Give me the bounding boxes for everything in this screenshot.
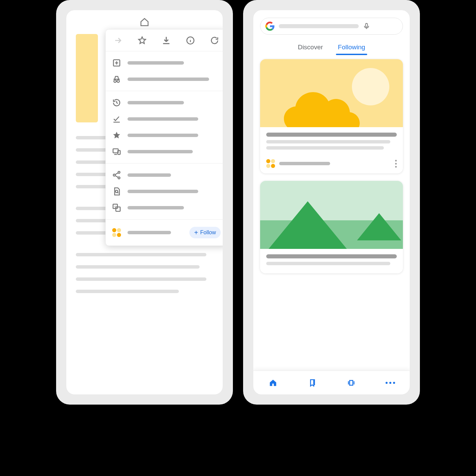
- search-placeholder: [279, 24, 359, 28]
- menu-item-incognito[interactable]: [106, 71, 223, 87]
- feed-card[interactable]: [260, 181, 403, 273]
- find-in-page-icon: [112, 187, 121, 196]
- phone-chrome-menu: G + Follow: [56, 0, 233, 405]
- menu-item-label: [128, 61, 184, 65]
- nav-more-icon[interactable]: [371, 371, 410, 394]
- feed[interactable]: [253, 54, 410, 371]
- devices-icon: [112, 147, 121, 156]
- menu-item-recent-tabs[interactable]: [106, 143, 223, 160]
- follow-button[interactable]: + Follow: [189, 227, 221, 238]
- share-icon: [112, 170, 121, 180]
- tab-following[interactable]: Following: [337, 40, 366, 54]
- svg-point-3: [117, 80, 119, 82]
- nav-tabs-icon[interactable]: [332, 371, 371, 394]
- check-icon: [112, 114, 121, 124]
- menu-item-downloads[interactable]: [106, 111, 223, 127]
- svg-point-8: [118, 177, 120, 179]
- new-tab-icon: [112, 58, 121, 68]
- svg-point-2: [114, 80, 116, 82]
- mic-icon[interactable]: [363, 22, 370, 30]
- tab-discover[interactable]: Discover: [297, 40, 324, 54]
- card-more-icon[interactable]: [395, 160, 397, 168]
- plus-icon: +: [194, 229, 198, 236]
- menu-item-bookmarks[interactable]: [106, 127, 223, 143]
- feed-card[interactable]: [260, 59, 403, 173]
- card-image: [260, 59, 403, 127]
- bottom-nav: [253, 371, 410, 394]
- feed-tabs: Discover Following: [253, 40, 410, 54]
- nav-home-icon[interactable]: [253, 371, 292, 394]
- nav-bookmarks-icon[interactable]: [292, 371, 332, 394]
- menu-item-label: [128, 150, 193, 153]
- svg-marker-15: [357, 213, 401, 240]
- history-icon: [112, 98, 121, 107]
- info-icon[interactable]: [178, 30, 203, 51]
- svg-text:G: G: [114, 205, 116, 208]
- menu-item-label: [128, 134, 198, 137]
- menu-item-new-tab[interactable]: [106, 55, 223, 71]
- menu-item-follow[interactable]: + Follow: [106, 223, 223, 242]
- svg-rect-16: [350, 380, 353, 385]
- phone-feed: Discover Following: [243, 0, 420, 405]
- search-bar[interactable]: [260, 18, 403, 35]
- forward-icon[interactable]: [106, 30, 130, 51]
- menu-item-label: [128, 231, 171, 234]
- site-dots-icon: [266, 159, 275, 168]
- refresh-icon[interactable]: [203, 30, 223, 51]
- card-image: [260, 181, 403, 249]
- svg-rect-5: [118, 151, 120, 155]
- translate-icon: G: [112, 203, 121, 213]
- svg-point-7: [113, 174, 115, 176]
- menu-item-label: [128, 173, 171, 177]
- svg-rect-11: [116, 207, 120, 211]
- menu-item-translate[interactable]: G: [106, 200, 223, 216]
- menu-item-find[interactable]: [106, 183, 223, 200]
- menu-item-history[interactable]: [106, 95, 223, 111]
- menu-item-label: [128, 78, 209, 81]
- menu-item-label: [128, 101, 184, 104]
- star-filled-icon: [112, 131, 121, 140]
- menu-item-label: [128, 190, 198, 193]
- svg-point-9: [116, 190, 118, 193]
- svg-rect-13: [366, 23, 368, 27]
- card-source: [279, 162, 330, 165]
- menu-item-label: [128, 206, 184, 209]
- google-logo-icon: [265, 21, 275, 31]
- svg-point-6: [118, 171, 120, 173]
- menu-item-share[interactable]: [106, 167, 223, 183]
- overflow-menu: G + Follow: [105, 29, 223, 246]
- download-icon[interactable]: [154, 30, 178, 51]
- star-icon[interactable]: [130, 30, 154, 51]
- menu-item-label: [128, 117, 198, 121]
- home-icon[interactable]: [66, 17, 223, 27]
- svg-marker-14: [269, 201, 347, 249]
- follow-label: Follow: [200, 230, 216, 236]
- site-dots-icon: [112, 228, 121, 237]
- incognito-icon: [112, 74, 121, 84]
